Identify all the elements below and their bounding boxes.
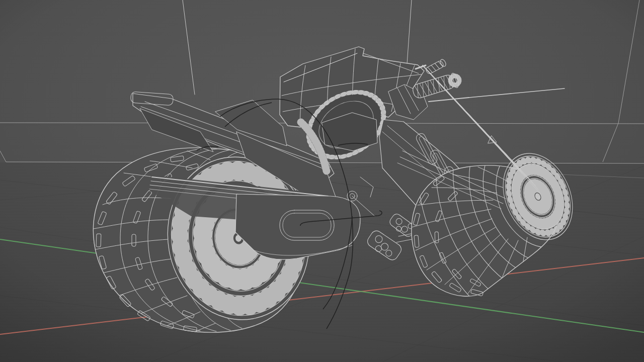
viewport-canvas[interactable]	[0, 0, 644, 362]
render-view[interactable]	[0, 0, 644, 362]
